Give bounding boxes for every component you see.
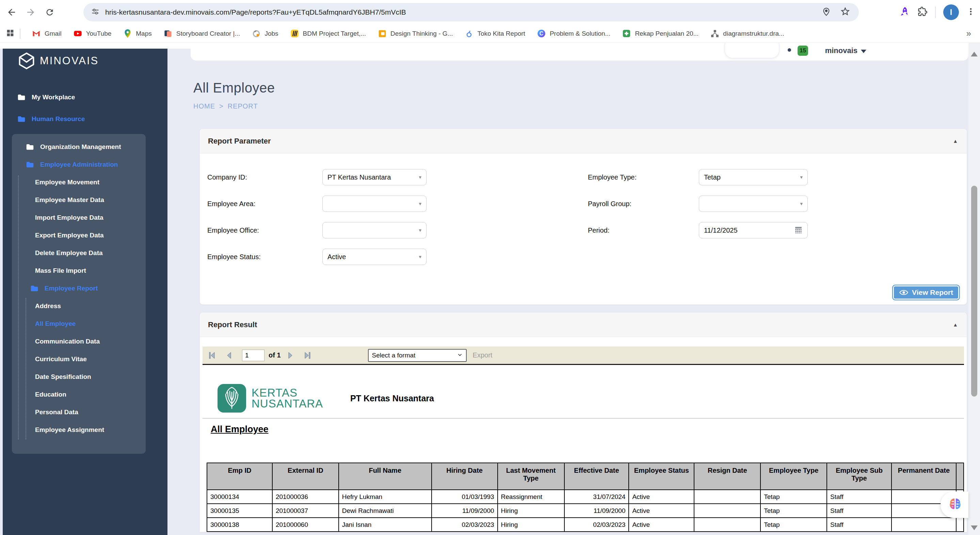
sidebar-item-label: Human Resource [32, 115, 85, 123]
sidebar-item-delete-employee-data[interactable]: Delete Employee Data [12, 244, 146, 262]
profile-avatar[interactable]: I [943, 5, 959, 20]
field-value: PT Kertas Nusantara [328, 173, 417, 181]
sidebar-item-employee-report[interactable]: Employee Report [12, 279, 146, 297]
sidebar-item-employee-assignment[interactable]: Employee Assignment [12, 421, 146, 439]
scrollbar-down-icon[interactable] [971, 525, 978, 530]
parameter-fields-left: Company ID:PT Kertas Nusantara▾Employee … [207, 169, 426, 275]
sidebar-item-employee-administration[interactable]: Employee Administration [12, 156, 146, 173]
select-dropdown-employee-type-[interactable]: Tetap▾ [699, 169, 808, 185]
field-label: Employee Type: [588, 173, 699, 181]
scrollbar-thumb[interactable] [971, 186, 977, 397]
sidebar-item-communication-data[interactable]: Communication Data [12, 333, 146, 350]
sidebar-item-import-employee-data[interactable]: Import Employee Data [12, 209, 146, 227]
sidebar-item-all-employee[interactable]: All Employee [12, 315, 146, 333]
header-search-box[interactable] [724, 43, 780, 59]
account-menu[interactable]: minovais [825, 46, 866, 55]
export-link[interactable]: Export [473, 351, 493, 359]
extensions-puzzle-icon[interactable] [917, 6, 928, 18]
miro-icon [290, 29, 299, 38]
form-row: Payroll Group:▾ [588, 195, 808, 212]
sidebar-item-employee-master-data[interactable]: Employee Master Data [12, 191, 146, 209]
bookmark-item[interactable]: Storyboard Creator |... [158, 27, 246, 40]
column-header: Resign Date [694, 463, 760, 490]
menu-kebab-icon[interactable] [966, 7, 975, 17]
sidebar-item-organization-management[interactable]: Organization Management [12, 138, 146, 156]
rocket-extension-icon[interactable] [899, 6, 910, 18]
export-format-select[interactable]: Select a format [368, 349, 467, 362]
table-cell [694, 518, 760, 532]
bookmarks-overflow-chevron[interactable]: » [966, 28, 971, 39]
first-page-icon[interactable] [208, 351, 216, 359]
notification-count-badge[interactable]: 15 [797, 46, 808, 56]
divider [202, 418, 964, 419]
forward-icon[interactable] [23, 5, 38, 20]
bookmark-item[interactable]: Maps [117, 27, 157, 40]
table-row: 30000138201000060Jani Isnan02/03/2023Hir… [207, 518, 964, 532]
sidebar-item-my-workplace[interactable]: My Workplace [3, 86, 167, 108]
select-dropdown-payroll-group-[interactable]: ▾ [699, 195, 808, 212]
sidebar-item-human-resource[interactable]: Human Resource [3, 108, 167, 130]
page-number-input[interactable] [242, 350, 264, 361]
view-report-button[interactable]: View Report [892, 285, 960, 300]
apps-grid-icon[interactable] [5, 28, 15, 39]
sidebar-item-personal-data[interactable]: Personal Data [12, 403, 146, 421]
bookmark-item[interactable]: YouTube [67, 27, 118, 40]
bookmark-item[interactable]: diagramstruktur.dra... [704, 27, 790, 40]
url-text[interactable]: hris-kertasnusantara-dev.minovais.com/Pa… [105, 8, 822, 16]
bookmark-item[interactable]: BDM Project Target,... [284, 27, 372, 40]
bookmarks-bar: GmailYouTubeMapsStoryboard Creator |...J… [0, 24, 980, 43]
form-row: Company ID:PT Kertas Nusantara▾ [207, 169, 426, 185]
notification-bell-icon[interactable] [788, 48, 791, 52]
sidebar-item-employee-movement[interactable]: Employee Movement [12, 173, 146, 191]
address-bar[interactable]: hris-kertasnusantara-dev.minovais.com/Pa… [83, 3, 859, 21]
report-document: KERTAS NUSANTARA PT Kertas Nusantara All… [202, 365, 964, 532]
page-scrollbar[interactable] [969, 43, 980, 535]
bookmark-item[interactable]: CProblem & Solution... [531, 27, 616, 40]
sheet-icon [622, 29, 631, 38]
folder-icon [25, 143, 34, 151]
select-dropdown-employee-status-[interactable]: Active▾ [322, 249, 426, 265]
column-header: Employee Status [629, 463, 694, 490]
column-header: Last Movement Type [498, 463, 565, 490]
next-page-icon[interactable] [286, 351, 294, 359]
bookmark-item[interactable]: Gmail [26, 27, 67, 40]
report-result-header[interactable]: Report Result ▲ [200, 313, 967, 337]
sidebar-item-export-employee-data[interactable]: Export Employee Data [12, 227, 146, 244]
table-cell: 30000138 [207, 518, 272, 532]
sidebar-item-address[interactable]: Address [12, 297, 146, 315]
location-pin-icon[interactable] [822, 7, 831, 18]
assistant-widget[interactable] [940, 492, 969, 518]
kertas-nusantara-logo-text: KERTAS NUSANTARA [251, 387, 341, 410]
select-dropdown-employee-area-[interactable]: ▾ [322, 195, 426, 212]
table-cell: Dewi Rachmawati [339, 504, 432, 518]
select-dropdown-company-id-[interactable]: PT Kertas Nusantara▾ [322, 169, 426, 185]
app-logo[interactable]: MINOVAIS [3, 49, 167, 70]
date-input-period-[interactable]: 11/12/2025 [699, 222, 808, 238]
last-page-icon[interactable] [303, 351, 312, 359]
tune-icon[interactable] [91, 7, 100, 17]
sidebar-item-label: Personal Data [35, 408, 78, 416]
bookmark-item[interactable]: Design Thinking - G... [372, 27, 458, 40]
report-parameter-header[interactable]: Report Parameter ▲ [200, 129, 967, 153]
bookmark-star-icon[interactable] [840, 7, 850, 18]
bookmark-label: Rekap Penjualan 20... [635, 30, 698, 37]
table-cell: Tetap [760, 518, 827, 532]
bookmark-item[interactable]: Jobs [246, 27, 284, 40]
back-icon[interactable] [4, 5, 19, 20]
bookmark-item[interactable]: Rekap Penjualan 20... [616, 27, 704, 40]
collapse-icon[interactable]: ▲ [953, 138, 958, 144]
breadcrumb-current[interactable]: REPORT [228, 102, 258, 110]
prev-page-icon[interactable] [225, 351, 233, 359]
sidebar-item-education[interactable]: Education [12, 386, 146, 403]
report-parameter-panel: Report Parameter ▲ Company ID:PT Kertas … [199, 129, 967, 305]
sidebar-item-date-spesification[interactable]: Date Spesification [12, 368, 146, 386]
breadcrumb-home[interactable]: HOME [193, 102, 215, 110]
sidebar-item-curriculum-vitae[interactable]: Curriculum Vitae [12, 350, 146, 368]
select-dropdown-employee-office-[interactable]: ▾ [322, 222, 426, 238]
scrollbar-up-icon[interactable] [971, 52, 978, 56]
reload-icon[interactable] [42, 5, 57, 20]
sidebar-item-mass-file-import[interactable]: Mass File Import [12, 262, 146, 279]
drawio-icon [710, 29, 719, 38]
collapse-icon[interactable]: ▲ [953, 322, 958, 327]
bookmark-item[interactable]: Toko Kita Report [458, 27, 531, 40]
